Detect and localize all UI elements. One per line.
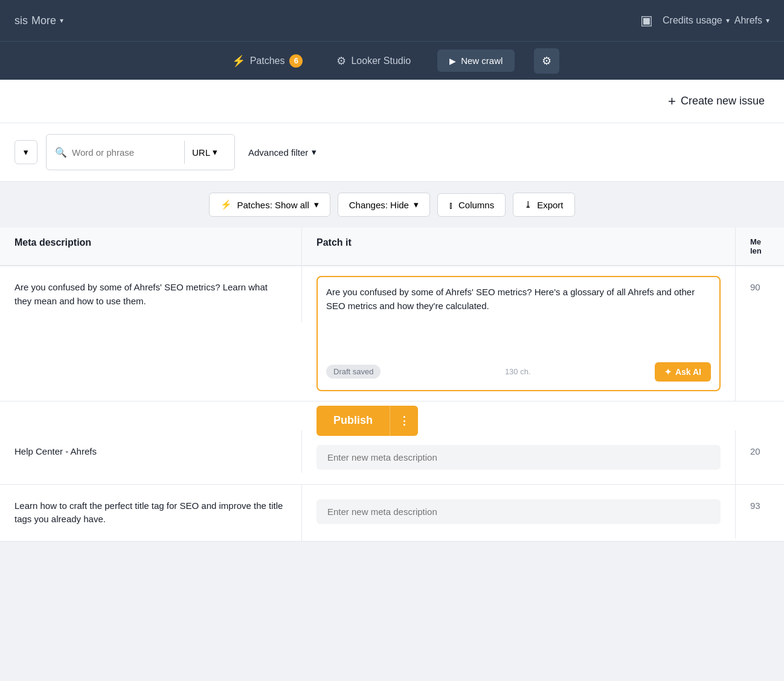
top-nav: sis More ▾ ▣ Credits usage ▾ Ahrefs ▾ [0, 0, 784, 41]
looker-studio-nav-item[interactable]: ⚙ Looker Studio [329, 50, 418, 72]
ask-ai-icon: ✦ [664, 367, 672, 377]
more-options-icon: ⋮ [399, 415, 410, 427]
meta-description-cell: Are you confused by some of Ahrefs' SEO … [0, 266, 302, 322]
chevron-down-icon: ▾ [312, 147, 316, 158]
meta-description-text: Learn how to craft the perfect title tag… [14, 500, 283, 525]
meta-len-cell: 90 [736, 266, 784, 309]
lightning-icon: ⚡ [220, 199, 232, 210]
columns-label: Columns [458, 200, 494, 210]
patches-show-all-label: Patches: Show all [237, 200, 309, 210]
chevron-down-icon: ▾ [766, 16, 770, 25]
lightning-icon: ⚡ [232, 54, 245, 68]
patch-footer: Draft saved 130 ch. ✦ Ask AI [326, 362, 711, 382]
settings-button[interactable]: ⚙ [534, 48, 559, 74]
credits-label: Credits usage [663, 15, 722, 26]
ahrefs-label: Ahrefs [734, 15, 762, 26]
plus-icon: + [668, 94, 676, 109]
patch-input-cell [302, 430, 736, 484]
char-count: 130 ch. [505, 367, 531, 376]
meta-description-cell: Help Center - Ahrefs [0, 430, 302, 473]
chevron-down-icon: ▾ [213, 147, 217, 158]
more-label: More [31, 14, 56, 27]
data-table: Meta description Patch it Me len Are you… [0, 228, 784, 542]
export-label: Export [537, 200, 563, 210]
ask-ai-label: Ask AI [675, 367, 701, 377]
looker-label: Looker Studio [351, 56, 411, 66]
columns-icon: ⫿ [449, 200, 454, 210]
ahrefs-button[interactable]: Ahrefs ▾ [734, 15, 770, 26]
patch-textarea-wrapper: Are you confused by some of Ahrefs' SEO … [316, 276, 721, 391]
meta-description-text: Are you confused by some of Ahrefs' SEO … [14, 282, 268, 306]
url-label: URL [192, 147, 210, 158]
meta-len-cell: 93 [736, 485, 784, 528]
patches-show-all-button[interactable]: ⚡ Patches: Show all ▾ [209, 193, 330, 217]
create-issue-label: Create new issue [681, 95, 765, 107]
patch-input-cell [302, 485, 736, 539]
search-input-wrap: 🔍 URL ▾ [46, 134, 235, 170]
patch-input[interactable] [316, 445, 721, 470]
columns-button[interactable]: ⫿ Columns [437, 193, 506, 217]
create-issue-bar: + Create new issue [0, 80, 784, 123]
play-icon: ▶ [449, 56, 456, 66]
table-row: Learn how to craft the perfect title tag… [0, 485, 784, 542]
chevron-down-icon: ▾ [414, 199, 419, 210]
meta-len-value: 93 [750, 500, 760, 511]
patch-textarea[interactable]: Are you confused by some of Ahrefs' SEO … [326, 286, 711, 354]
table-row: Are you confused by some of Ahrefs' SEO … [0, 266, 784, 401]
publish-button[interactable]: Publish [316, 406, 390, 436]
changes-hide-button[interactable]: Changes: Hide ▾ [338, 193, 430, 217]
create-issue-button[interactable]: + Create new issue [668, 94, 765, 109]
search-icon: 🔍 [55, 147, 67, 158]
draft-saved-badge: Draft saved [326, 365, 381, 379]
sis-text: sis [14, 14, 28, 27]
patch-editor-cell: Are you confused by some of Ahrefs' SEO … [302, 266, 736, 401]
more-button[interactable]: More ▾ [31, 14, 63, 27]
more-options-button[interactable]: ⋮ [390, 406, 418, 436]
chevron-down-icon: ▾ [726, 16, 730, 25]
patches-label: Patches [250, 56, 285, 66]
sub-nav: ⚡ Patches 6 ⚙ Looker Studio ▶ New crawl … [0, 41, 784, 80]
content-area: + Create new issue ▾ 🔍 URL ▾ Advanced fi… [0, 80, 784, 542]
filter-dropdown-button[interactable]: ▾ [14, 140, 37, 164]
col-meta-len: Me len [736, 228, 784, 265]
patches-badge: 6 [289, 54, 303, 68]
url-dropdown-button[interactable]: URL ▾ [184, 141, 226, 164]
credits-usage-button[interactable]: Credits usage ▾ [663, 15, 730, 26]
patches-nav-item[interactable]: ⚡ Patches 6 [225, 50, 310, 72]
chevron-down-icon: ▾ [60, 16, 63, 25]
table-header: Meta description Patch it Me len [0, 228, 784, 266]
monitor-icon: ▣ [640, 13, 653, 28]
meta-len-cell: 20 [736, 430, 784, 473]
meta-description-text: Help Center - Ahrefs [14, 446, 97, 456]
col-patch-it: Patch it [302, 228, 736, 265]
changes-hide-label: Changes: Hide [349, 200, 409, 210]
patch-input[interactable] [316, 499, 721, 524]
new-crawl-button[interactable]: ▶ New crawl [437, 50, 515, 72]
search-input[interactable] [72, 147, 181, 158]
chevron-down-icon: ▾ [314, 199, 319, 210]
export-icon: ⤓ [524, 199, 532, 210]
meta-len-value: 90 [750, 282, 760, 292]
col-meta-description: Meta description [0, 228, 302, 265]
meta-description-cell: Learn how to craft the perfect title tag… [0, 485, 302, 541]
advanced-filter-label: Advanced filter [248, 147, 308, 158]
ask-ai-button[interactable]: ✦ Ask AI [655, 362, 711, 382]
advanced-filter-button[interactable]: Advanced filter ▾ [248, 147, 316, 158]
chevron-down-icon: ▾ [24, 147, 28, 158]
export-button[interactable]: ⤓ Export [513, 193, 574, 217]
publish-label: Publish [333, 414, 373, 426]
table-row: Help Center - Ahrefs 20 [0, 430, 784, 485]
filter-bar: ▾ 🔍 URL ▾ Advanced filter ▾ [0, 123, 784, 182]
toolbar: ⚡ Patches: Show all ▾ Changes: Hide ▾ ⫿ … [0, 182, 784, 228]
meta-len-value: 20 [750, 446, 760, 456]
looker-icon: ⚙ [336, 54, 346, 68]
publish-bar: Publish ⋮ [316, 406, 418, 436]
new-crawl-label: New crawl [461, 56, 503, 66]
gear-icon: ⚙ [542, 54, 551, 68]
